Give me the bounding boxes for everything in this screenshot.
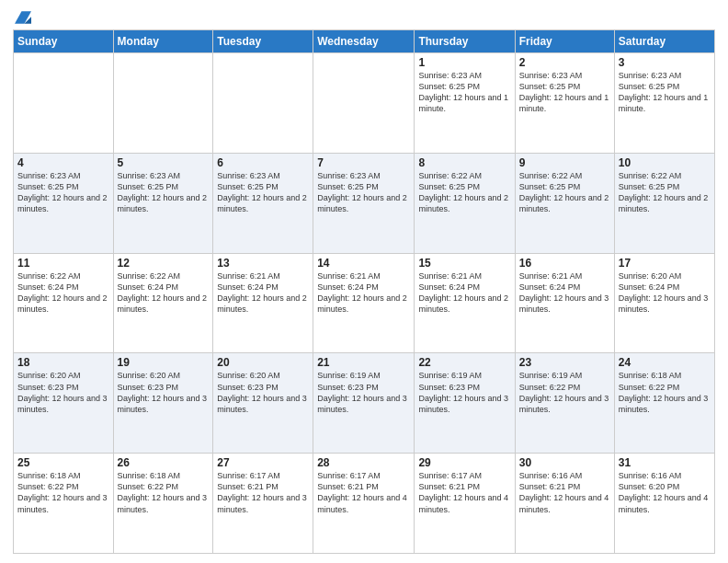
day-cell-3: 3Sunrise: 6:23 AM Sunset: 6:25 PM Daylig… <box>614 53 714 154</box>
day-cell-25: 25Sunrise: 6:18 AM Sunset: 6:22 PM Dayli… <box>14 454 114 554</box>
week-row-2: 4Sunrise: 6:23 AM Sunset: 6:25 PM Daylig… <box>14 153 715 253</box>
day-number: 12 <box>118 257 210 270</box>
day-cell-9: 9Sunrise: 6:22 AM Sunset: 6:25 PM Daylig… <box>515 153 614 253</box>
day-cell-14: 14Sunrise: 6:21 AM Sunset: 6:24 PM Dayli… <box>313 253 415 353</box>
day-info: Sunrise: 6:21 AM Sunset: 6:24 PM Dayligh… <box>418 270 510 316</box>
day-number: 2 <box>519 56 610 69</box>
calendar-table: SundayMondayTuesdayWednesdayThursdayFrid… <box>13 29 715 554</box>
day-cell-7: 7Sunrise: 6:23 AM Sunset: 6:25 PM Daylig… <box>313 153 415 253</box>
day-cell-27: 27Sunrise: 6:17 AM Sunset: 6:21 PM Dayli… <box>213 454 313 554</box>
day-number: 31 <box>619 456 711 469</box>
page-header <box>13 9 715 24</box>
day-number: 10 <box>619 156 711 169</box>
day-number: 25 <box>17 456 109 469</box>
day-info: Sunrise: 6:21 AM Sunset: 6:24 PM Dayligh… <box>217 270 309 316</box>
day-info: Sunrise: 6:22 AM Sunset: 6:24 PM Dayligh… <box>17 270 109 316</box>
day-number: 17 <box>619 257 711 270</box>
day-number: 28 <box>317 456 410 469</box>
day-number: 20 <box>217 356 309 369</box>
day-number: 13 <box>217 257 309 270</box>
day-info: Sunrise: 6:22 AM Sunset: 6:24 PM Dayligh… <box>118 270 210 316</box>
logo-icon <box>15 9 31 26</box>
day-cell-15: 15Sunrise: 6:21 AM Sunset: 6:24 PM Dayli… <box>415 253 515 353</box>
day-number: 23 <box>519 356 610 369</box>
day-number: 19 <box>118 356 210 369</box>
day-info: Sunrise: 6:22 AM Sunset: 6:25 PM Dayligh… <box>619 170 711 215</box>
day-cell-13: 13Sunrise: 6:21 AM Sunset: 6:24 PM Dayli… <box>213 253 313 353</box>
day-cell-6: 6Sunrise: 6:23 AM Sunset: 6:25 PM Daylig… <box>213 153 313 253</box>
day-info: Sunrise: 6:19 AM Sunset: 6:22 PM Dayligh… <box>519 370 610 415</box>
day-number: 16 <box>519 257 610 270</box>
day-info: Sunrise: 6:19 AM Sunset: 6:23 PM Dayligh… <box>418 370 510 415</box>
weekday-header-tuesday: Tuesday <box>213 30 313 53</box>
day-number: 14 <box>317 257 410 270</box>
day-info: Sunrise: 6:20 AM Sunset: 6:23 PM Dayligh… <box>17 370 109 415</box>
day-cell-30: 30Sunrise: 6:16 AM Sunset: 6:21 PM Dayli… <box>515 454 614 554</box>
weekday-header-thursday: Thursday <box>415 30 515 53</box>
weekday-header-monday: Monday <box>113 30 213 53</box>
day-info: Sunrise: 6:18 AM Sunset: 6:22 PM Dayligh… <box>17 470 109 515</box>
day-cell-31: 31Sunrise: 6:16 AM Sunset: 6:20 PM Dayli… <box>614 454 714 554</box>
day-info: Sunrise: 6:23 AM Sunset: 6:25 PM Dayligh… <box>418 70 510 115</box>
day-info: Sunrise: 6:19 AM Sunset: 6:23 PM Dayligh… <box>317 370 410 415</box>
week-row-4: 18Sunrise: 6:20 AM Sunset: 6:23 PM Dayli… <box>14 353 715 454</box>
day-cell-21: 21Sunrise: 6:19 AM Sunset: 6:23 PM Dayli… <box>313 353 415 454</box>
day-info: Sunrise: 6:22 AM Sunset: 6:25 PM Dayligh… <box>418 170 510 215</box>
day-number: 7 <box>317 156 410 169</box>
day-info: Sunrise: 6:16 AM Sunset: 6:20 PM Dayligh… <box>619 470 711 515</box>
day-info: Sunrise: 6:18 AM Sunset: 6:22 PM Dayligh… <box>118 470 210 515</box>
day-number: 3 <box>619 56 711 69</box>
day-cell-10: 10Sunrise: 6:22 AM Sunset: 6:25 PM Dayli… <box>614 153 714 253</box>
day-cell-1: 1Sunrise: 6:23 AM Sunset: 6:25 PM Daylig… <box>415 53 515 154</box>
day-number: 18 <box>17 356 109 369</box>
day-cell-empty-2 <box>213 53 313 154</box>
day-cell-12: 12Sunrise: 6:22 AM Sunset: 6:24 PM Dayli… <box>113 253 213 353</box>
day-info: Sunrise: 6:17 AM Sunset: 6:21 PM Dayligh… <box>418 470 510 515</box>
day-number: 26 <box>118 456 210 469</box>
day-cell-11: 11Sunrise: 6:22 AM Sunset: 6:24 PM Dayli… <box>14 253 114 353</box>
day-number: 1 <box>418 56 510 69</box>
weekday-header-wednesday: Wednesday <box>313 30 415 53</box>
day-info: Sunrise: 6:20 AM Sunset: 6:23 PM Dayligh… <box>217 370 309 415</box>
day-number: 21 <box>317 356 410 369</box>
week-row-5: 25Sunrise: 6:18 AM Sunset: 6:22 PM Dayli… <box>14 454 715 554</box>
day-cell-16: 16Sunrise: 6:21 AM Sunset: 6:24 PM Dayli… <box>515 253 614 353</box>
day-number: 4 <box>17 156 109 169</box>
day-info: Sunrise: 6:23 AM Sunset: 6:25 PM Dayligh… <box>17 170 109 215</box>
day-cell-empty-3 <box>313 53 415 154</box>
day-number: 9 <box>519 156 610 169</box>
day-info: Sunrise: 6:21 AM Sunset: 6:24 PM Dayligh… <box>519 270 610 316</box>
day-cell-20: 20Sunrise: 6:20 AM Sunset: 6:23 PM Dayli… <box>213 353 313 454</box>
day-cell-28: 28Sunrise: 6:17 AM Sunset: 6:21 PM Dayli… <box>313 454 415 554</box>
day-info: Sunrise: 6:23 AM Sunset: 6:25 PM Dayligh… <box>519 70 610 115</box>
day-cell-17: 17Sunrise: 6:20 AM Sunset: 6:24 PM Dayli… <box>614 253 714 353</box>
day-number: 6 <box>217 156 309 169</box>
day-info: Sunrise: 6:23 AM Sunset: 6:25 PM Dayligh… <box>317 170 410 215</box>
day-info: Sunrise: 6:23 AM Sunset: 6:25 PM Dayligh… <box>118 170 210 215</box>
day-number: 29 <box>418 456 510 469</box>
logo <box>13 9 31 24</box>
day-cell-24: 24Sunrise: 6:18 AM Sunset: 6:22 PM Dayli… <box>614 353 714 454</box>
day-cell-4: 4Sunrise: 6:23 AM Sunset: 6:25 PM Daylig… <box>14 153 114 253</box>
weekday-header-row: SundayMondayTuesdayWednesdayThursdayFrid… <box>14 30 715 53</box>
day-cell-empty-1 <box>113 53 213 154</box>
day-cell-18: 18Sunrise: 6:20 AM Sunset: 6:23 PM Dayli… <box>14 353 114 454</box>
weekday-header-saturday: Saturday <box>614 30 714 53</box>
weekday-header-friday: Friday <box>515 30 614 53</box>
day-number: 8 <box>418 156 510 169</box>
day-info: Sunrise: 6:17 AM Sunset: 6:21 PM Dayligh… <box>217 470 309 515</box>
week-row-3: 11Sunrise: 6:22 AM Sunset: 6:24 PM Dayli… <box>14 253 715 353</box>
day-number: 30 <box>519 456 610 469</box>
day-info: Sunrise: 6:20 AM Sunset: 6:24 PM Dayligh… <box>619 270 711 316</box>
day-info: Sunrise: 6:23 AM Sunset: 6:25 PM Dayligh… <box>619 70 711 115</box>
day-info: Sunrise: 6:17 AM Sunset: 6:21 PM Dayligh… <box>317 470 410 515</box>
week-row-1: 1Sunrise: 6:23 AM Sunset: 6:25 PM Daylig… <box>14 53 715 154</box>
day-number: 22 <box>418 356 510 369</box>
day-number: 11 <box>17 257 109 270</box>
weekday-header-sunday: Sunday <box>14 30 114 53</box>
day-number: 27 <box>217 456 309 469</box>
day-info: Sunrise: 6:20 AM Sunset: 6:23 PM Dayligh… <box>118 370 210 415</box>
day-cell-2: 2Sunrise: 6:23 AM Sunset: 6:25 PM Daylig… <box>515 53 614 154</box>
day-info: Sunrise: 6:22 AM Sunset: 6:25 PM Dayligh… <box>519 170 610 215</box>
day-number: 5 <box>118 156 210 169</box>
